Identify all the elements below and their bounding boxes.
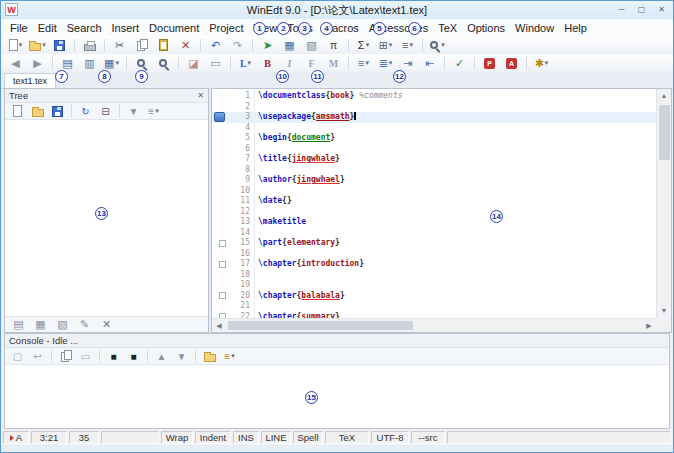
menu-tex[interactable]: TeX: [433, 20, 462, 36]
redo-button[interactable]: ↷: [227, 37, 248, 53]
scroll-down-icon[interactable]: ▼: [657, 304, 671, 318]
status-encoding[interactable]: UTF-8: [371, 431, 409, 444]
spell-check-button[interactable]: ✓: [449, 55, 470, 71]
menu-edit[interactable]: Edit: [33, 20, 62, 36]
itemize-list-button[interactable]: ≡▾: [353, 55, 374, 71]
status-indent[interactable]: Indent: [195, 431, 231, 444]
editor-line[interactable]: 9\author{jingwhael}: [212, 175, 656, 186]
editor-line[interactable]: 18: [212, 270, 656, 281]
status-position[interactable]: 3:21: [31, 431, 67, 444]
next-document-button[interactable]: ▶: [27, 55, 48, 71]
font-button[interactable]: F: [301, 55, 322, 71]
status-wrap[interactable]: Wrap: [161, 431, 193, 444]
console-scroll-down-button[interactable]: ▼: [172, 349, 191, 363]
editor-line[interactable]: 7\title{jingwhale}: [212, 154, 656, 165]
save-file-button[interactable]: [49, 37, 70, 53]
editor-text-area[interactable]: 1\documentclass{book} %comments23\usepac…: [212, 89, 656, 318]
copy-button[interactable]: [131, 37, 152, 53]
tree-view-structure-button[interactable]: ▦: [30, 317, 51, 333]
fold-marker[interactable]: [219, 240, 226, 247]
erase-button[interactable]: ◪: [183, 55, 204, 71]
math-symbols-button[interactable]: Σ▾: [353, 37, 374, 53]
editor-line[interactable]: 14: [212, 228, 656, 239]
status-tex[interactable]: TeX: [325, 431, 369, 444]
fold-marker[interactable]: [219, 292, 226, 299]
minimize-button[interactable]: ─: [612, 2, 631, 17]
print-button[interactable]: [79, 37, 100, 53]
toggle-tree-button[interactable]: ▤: [57, 55, 78, 71]
previous-document-button[interactable]: ◀: [5, 55, 26, 71]
menu-window[interactable]: Window: [510, 20, 559, 36]
console-clear-button[interactable]: ▭: [76, 349, 95, 363]
editor-line[interactable]: 12: [212, 207, 656, 218]
tab-text1-tex[interactable]: text1.tex: [4, 73, 56, 88]
editor-line[interactable]: 13\maketitle: [212, 217, 656, 228]
tree-refresh-button[interactable]: ↻: [76, 104, 95, 118]
latex-mode-button[interactable]: L▾: [235, 55, 256, 71]
status-column[interactable]: 35: [69, 431, 99, 444]
scroll-right-icon[interactable]: ▶: [642, 319, 656, 332]
editor-line[interactable]: 15\part{elementary}: [212, 238, 656, 249]
menu-help[interactable]: Help: [559, 20, 592, 36]
editor-line[interactable]: 5\begin{document}: [212, 133, 656, 144]
editor-line[interactable]: 16: [212, 249, 656, 260]
status-mode[interactable]: A: [3, 431, 29, 444]
console-copy-button[interactable]: [56, 349, 75, 363]
editor-line[interactable]: 1\documentclass{book} %comments: [212, 91, 656, 102]
tree-body[interactable]: [5, 120, 208, 316]
menu-project[interactable]: Project: [204, 20, 248, 36]
editor-line[interactable]: 17\chapter{introduction}: [212, 259, 656, 270]
insert-image-button[interactable]: ▧: [301, 37, 322, 53]
insert-table-button[interactable]: ▦: [279, 37, 300, 53]
open-file-button[interactable]: ▾: [27, 37, 48, 53]
pdf-texify-button[interactable]: P: [479, 55, 500, 71]
editor-horizontal-scrollbar[interactable]: ◀ ▶: [212, 318, 656, 332]
editor-line[interactable]: 8: [212, 165, 656, 176]
trash-button[interactable]: ▭: [205, 55, 226, 71]
editor-line[interactable]: 20\chapter{balabala}: [212, 291, 656, 302]
cut-button[interactable]: ✂: [109, 37, 130, 53]
horizontal-scroll-thumb[interactable]: [228, 321, 413, 330]
undo-button[interactable]: ↶: [205, 37, 226, 53]
snippets-button[interactable]: ≡▾: [397, 37, 418, 53]
math-templates-button[interactable]: ⊞▾: [375, 37, 396, 53]
console-stop-button[interactable]: ■: [104, 349, 123, 363]
menu-document[interactable]: Document: [144, 20, 204, 36]
editor-line[interactable]: 11\date{}: [212, 196, 656, 207]
scroll-up-icon[interactable]: ▲: [657, 89, 671, 103]
toggle-panel-button[interactable]: ▥: [79, 55, 100, 71]
editor-line[interactable]: 21: [212, 301, 656, 312]
console-hide-button[interactable]: ▢: [8, 349, 27, 363]
indent-less-button[interactable]: ⇤: [419, 55, 440, 71]
editor-line[interactable]: 19: [212, 280, 656, 291]
bold-button[interactable]: B: [257, 55, 278, 71]
insert-symbol-button[interactable]: π: [323, 37, 344, 53]
texify-run-button[interactable]: ➤: [257, 37, 278, 53]
status-spell[interactable]: Spell: [293, 431, 323, 444]
tree-view-files-button[interactable]: ▤: [8, 317, 29, 333]
delete-button[interactable]: ✕: [175, 37, 196, 53]
indent-more-button[interactable]: ⇥: [397, 55, 418, 71]
editor-line[interactable]: 2: [212, 102, 656, 113]
tree-new-button[interactable]: [8, 104, 27, 118]
tree-options-button[interactable]: ≡▾: [144, 104, 163, 118]
tree-close-icon[interactable]: ✕: [197, 90, 204, 102]
tree-collapse-button[interactable]: ⊟: [96, 104, 115, 118]
search-highlight-button[interactable]: ▾: [427, 37, 448, 53]
tree-filter-button[interactable]: ▼: [124, 104, 143, 118]
console-options-button[interactable]: ≡▾: [220, 349, 239, 363]
editor-line[interactable]: 6: [212, 144, 656, 155]
find-button[interactable]: [131, 55, 152, 71]
editor-line[interactable]: 4: [212, 123, 656, 134]
tree-view-labels-button[interactable]: ▧: [52, 317, 73, 333]
menu-options[interactable]: Options: [462, 20, 510, 36]
paste-button[interactable]: [153, 37, 174, 53]
macros-menu-button[interactable]: ✱▾: [531, 55, 552, 71]
close-button[interactable]: ✕: [652, 2, 671, 17]
status-ins[interactable]: INS: [233, 431, 259, 444]
status-line[interactable]: LINE: [261, 431, 291, 444]
tree-view-close-button[interactable]: ✕: [96, 317, 117, 333]
new-document-button[interactable]: ▾: [5, 37, 26, 53]
maximize-button[interactable]: ▢: [632, 2, 651, 17]
menu-search[interactable]: Search: [62, 20, 107, 36]
